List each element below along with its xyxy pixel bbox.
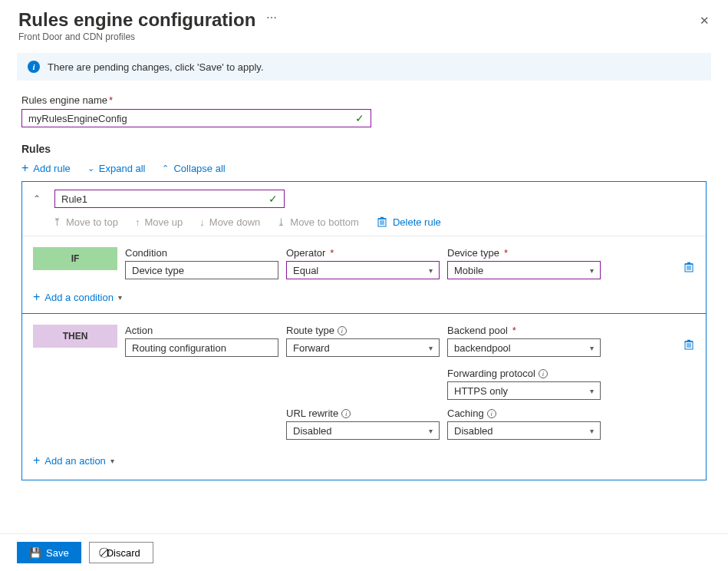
chevron-down-icon: ▾: [429, 344, 433, 352]
chevron-down-icon: ⌄: [87, 163, 94, 173]
checkmark-icon: ✓: [268, 193, 278, 205]
info-icon[interactable]: i: [487, 409, 496, 418]
save-button[interactable]: 💾 Save: [17, 542, 81, 563]
chevron-down-icon: ▾: [429, 266, 433, 275]
discard-button[interactable]: ⃠ Discard: [89, 542, 153, 563]
rules-engine-name-label: Rules engine name*: [21, 94, 371, 106]
chevron-down-icon: ▾: [429, 427, 433, 435]
plus-icon: +: [21, 161, 28, 175]
chevron-down-icon: ▾: [110, 457, 114, 465]
plus-icon: +: [33, 290, 40, 304]
devicetype-select[interactable]: Mobile ▾: [447, 261, 601, 279]
rule-name-input[interactable]: Rule1 ✓: [54, 190, 285, 208]
move-up-button: ↑ Move up: [135, 216, 183, 228]
add-rule-button[interactable]: + Add rule: [21, 161, 71, 175]
backend-pool-select[interactable]: backendpool ▾: [447, 338, 601, 357]
forwarding-protocol-label: Forwarding protocol i: [447, 368, 601, 379]
backend-pool-label: Backend pool*: [447, 325, 601, 336]
delete-rule-button[interactable]: Delete rule: [376, 216, 441, 228]
rules-toolbar: + Add rule ⌄ Expand all ⌃ Collapse all: [21, 161, 707, 175]
checkmark-icon: ✓: [355, 112, 364, 124]
action-value[interactable]: Routing configuration: [125, 338, 278, 357]
chevron-down-icon: ▾: [118, 293, 122, 302]
devicetype-label: Device type*: [447, 247, 601, 259]
arrow-down-icon: ↓: [199, 216, 205, 228]
footer: 💾 Save ⃠ Discard: [0, 533, 728, 571]
pending-changes-banner: i There are pending changes, click 'Save…: [17, 53, 711, 81]
rule-actions-bar: ⤒ Move to top ↑ Move up ↓ Move down ⤓ Mo…: [22, 214, 706, 236]
operator-label: Operator*: [286, 247, 440, 259]
chevron-down-icon: ▾: [590, 266, 594, 275]
url-rewrite-select[interactable]: Disabled ▾: [286, 421, 440, 440]
rules-panel: ⌃ Rule1 ✓ ⤒ Move to top ↑ Move up ↓ Move…: [21, 181, 707, 480]
then-section: THEN Action Routing configuration Route …: [22, 314, 706, 480]
route-type-label: Route type i: [286, 325, 440, 336]
page-header: Rules engine configuration ⋯ Front Door …: [0, 0, 728, 47]
chevron-down-icon: ▾: [590, 344, 594, 352]
operator-select[interactable]: Equal ▾: [286, 261, 440, 279]
condition-value[interactable]: Device type: [125, 261, 278, 279]
rules-section-label: Rules: [21, 143, 707, 155]
banner-text: There are pending changes, click 'Save' …: [48, 61, 264, 73]
expand-all-button[interactable]: ⌄ Expand all: [87, 163, 146, 174]
chevron-up-icon: ⌃: [162, 163, 169, 173]
move-down-button: ↓ Move down: [199, 216, 260, 228]
info-icon[interactable]: i: [341, 409, 351, 418]
forwarding-protocol-select[interactable]: HTTPS only ▾: [447, 381, 601, 400]
breadcrumb: Front Door and CDN profiles: [18, 31, 700, 42]
close-icon[interactable]: ✕: [700, 14, 710, 28]
url-rewrite-label: URL rewrite i: [286, 408, 440, 419]
page-title: Rules engine configuration: [18, 9, 255, 31]
info-icon: i: [28, 61, 40, 73]
collapse-rule-icon[interactable]: ⌃: [33, 193, 41, 204]
trash-icon: [376, 216, 388, 228]
arrow-bottom-icon: ⤓: [277, 216, 285, 228]
delete-action-icon[interactable]: [683, 338, 695, 351]
if-section: IF Condition Device type Operator* Equal…: [22, 236, 706, 314]
chevron-down-icon: ▾: [590, 387, 594, 395]
info-icon[interactable]: i: [338, 326, 347, 335]
arrow-up-icon: ↑: [135, 216, 140, 228]
move-to-bottom-button: ⤓ Move to bottom: [277, 216, 359, 228]
add-action-button[interactable]: + Add an action ▾: [33, 454, 695, 467]
collapse-all-button[interactable]: ⌃ Collapse all: [162, 163, 225, 174]
move-to-top-button: ⤒ Move to top: [53, 216, 118, 228]
rule-header: ⌃ Rule1 ✓: [22, 182, 706, 214]
if-tag: IF: [33, 247, 117, 270]
add-condition-button[interactable]: + Add a condition ▾: [33, 290, 695, 304]
delete-condition-icon[interactable]: [683, 261, 695, 273]
plus-icon: +: [33, 454, 40, 467]
chevron-down-icon: ▾: [590, 427, 594, 435]
then-tag: THEN: [33, 325, 117, 348]
route-type-select[interactable]: Forward ▾: [286, 338, 440, 357]
action-label: Action: [125, 325, 278, 336]
more-icon[interactable]: ⋯: [266, 12, 277, 24]
condition-label: Condition: [125, 247, 278, 259]
save-icon: 💾: [29, 547, 41, 559]
rules-engine-name-input[interactable]: myRulesEngineConfig ✓: [21, 109, 371, 127]
caching-label: Caching i: [447, 408, 601, 419]
arrow-top-icon: ⤒: [53, 216, 61, 228]
caching-select[interactable]: Disabled ▾: [447, 421, 601, 440]
info-icon[interactable]: i: [539, 369, 548, 378]
